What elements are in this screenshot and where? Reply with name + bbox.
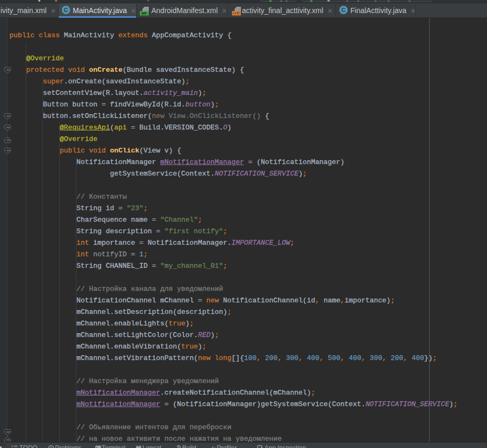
svg-text:MF: MF: [141, 11, 147, 16]
